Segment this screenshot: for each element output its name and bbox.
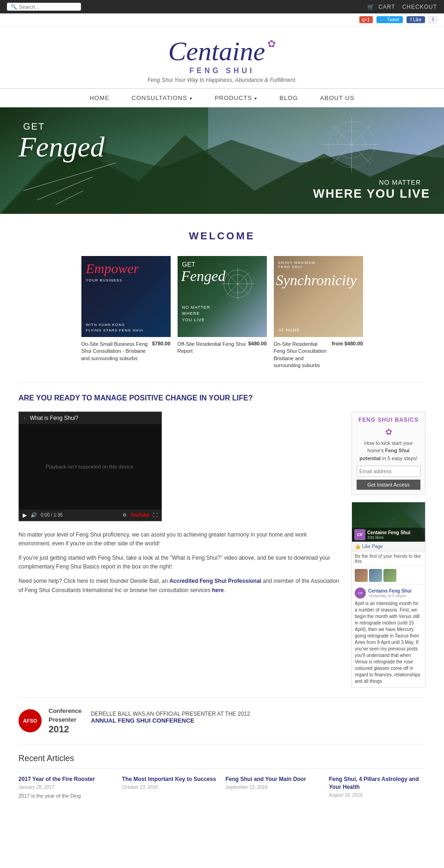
product-image-2[interactable]: GET Fenged NO MATTERWHEREYOU LIVE xyxy=(178,256,267,337)
welcome-section: WELCOME xyxy=(0,214,444,251)
sidebar-lotus-icon: ✿ xyxy=(357,427,420,437)
logo-title: Centaine xyxy=(168,36,265,67)
fb-friends-text: Be the first of your friends to like thi… xyxy=(352,551,425,567)
conference-year: 2012 xyxy=(49,724,82,735)
fb-post-text: April is an interesting month for a numb… xyxy=(355,600,422,685)
hero-nomatter-text: NO MATTER xyxy=(379,179,421,186)
product2-bottom: NO MATTERWHEREYOU LIVE xyxy=(182,305,210,324)
afso-logo: AFSO Conference Presenter 2012 xyxy=(18,707,82,735)
fb-page-image: CF Centaine Feng Shui 330 likes xyxy=(352,502,425,542)
hero-fenged-text: Fenged xyxy=(18,131,105,163)
fb-like-page-button[interactable]: Like Page xyxy=(362,544,382,549)
main-content: ↑ What is Feng Shui? Playback isn't supp… xyxy=(18,412,340,688)
product-info-3: On-Site Residential Feng Shui Consultati… xyxy=(274,337,363,373)
logo-tagline: Feng Shui Your Way to Happiness, Abundan… xyxy=(0,77,444,83)
accredited-link[interactable]: Accredited Feng Shui Professional xyxy=(169,578,261,584)
social-bar: g+1 🐦 Tweet f Like 0 xyxy=(0,13,444,26)
checkout-link[interactable]: CHECKOUT xyxy=(402,4,437,10)
navigation: HOME CONSULTATIONS ▾ PRODUCTS ▾ BLOG ABO… xyxy=(0,88,444,107)
conference-badge-text: Conference Presenter 2012 xyxy=(49,707,82,734)
conference-desc-text: DERELLE BALL WAS AN OFFICIAL PRESENTER A… xyxy=(91,711,250,717)
products-grid: Empower YOUR BUSINESS WITH XUAN KONGFLYI… xyxy=(0,251,444,382)
video-content[interactable]: Playback isn't supported on this device. xyxy=(19,424,161,510)
youtube-logo: YouTube xyxy=(130,512,149,518)
facebook-box: CF Centaine Feng Shui 330 likes 👍 Like P… xyxy=(352,502,426,688)
search-input[interactable] xyxy=(19,4,79,10)
hero-whereyoulive-text: WHERE YOU LIVE xyxy=(313,187,430,201)
product-name-2: Off-Site Residential Feng Shui Report xyxy=(178,341,248,355)
facebook-box-wrapper: CF Centaine Feng Shui 330 likes 👍 Like P… xyxy=(352,502,426,688)
sidebar-title: FENG SHUI BASICS xyxy=(357,417,420,423)
email-input[interactable] xyxy=(357,466,420,477)
recent-articles-title: Recent Articles xyxy=(18,754,426,768)
get-instant-access-button[interactable]: Get Instant Access xyxy=(357,480,420,490)
product-overlay-xuan: WITH XUAN KONGFLYING STARS FENG SHUI xyxy=(86,322,143,333)
product2-fenged: Fenged xyxy=(181,268,226,285)
fb-avatar-1 xyxy=(355,569,368,582)
nav-consultations[interactable]: CONSULTATIONS ▾ xyxy=(121,94,204,101)
product-info-2: Off-Site Residential Feng Shui Report $4… xyxy=(178,337,267,358)
product3-home: AT HOME xyxy=(278,328,300,332)
afso-badge: AFSO xyxy=(18,707,46,735)
logo-area: Centaine ✿ FENG SHUI Feng Shui Your Way … xyxy=(0,26,444,88)
recent-articles-section: Recent Articles 2017 Year of the Fire Ro… xyxy=(0,744,444,814)
product-card-2: GET Fenged NO MATTERWHEREYOU LIVE Off-Si… xyxy=(178,256,267,373)
gplus-label: g+1 xyxy=(362,17,370,22)
product-image-3[interactable]: ENJOY MAXIMUMFENG SHUI Synchronicity AT … xyxy=(274,256,363,337)
cart-link[interactable]: 🛒 CART xyxy=(367,4,395,10)
fb-avatar-2 xyxy=(369,569,382,582)
nav-blog[interactable]: BLOG xyxy=(269,94,308,101)
body-para-3-pre: Need some help? Click here to meet found… xyxy=(18,578,169,584)
article-title-3[interactable]: Feng Shui and Your Main Door xyxy=(226,775,322,783)
search-box[interactable]: 🔍 xyxy=(7,3,81,11)
feng-shui-basics-box: FENG SHUI BASICS ✿ How to kick start you… xyxy=(352,412,426,495)
fb-icon: f xyxy=(410,17,412,22)
product-card-3: ENJOY MAXIMUMFENG SHUI Synchronicity AT … xyxy=(274,256,363,373)
conference-description-block: DERELLE BALL WAS AN OFFICIAL PRESENTER A… xyxy=(91,707,250,724)
product3-enjoy: ENJOY MAXIMUMFENG SHUI xyxy=(278,261,358,269)
tweet-button[interactable]: 🐦 Tweet xyxy=(376,16,403,23)
product-price-1: $780.00 xyxy=(152,341,171,346)
body-para-3: Need some help? Click here to meet found… xyxy=(18,577,340,594)
article-title-4[interactable]: Feng Shui, 4 Pillars Astrology and Your … xyxy=(329,775,426,791)
settings-button[interactable]: ⚙ xyxy=(123,512,127,518)
fb-friend-avatars xyxy=(352,567,425,584)
nav-about-us[interactable]: ABOUT US xyxy=(310,94,364,101)
fb-avatar-3 xyxy=(383,569,396,582)
video-title-bar: ↑ What is Feng Shui? xyxy=(19,412,161,424)
nav-home[interactable]: HOME xyxy=(80,94,120,101)
volume-button[interactable]: 🔊 xyxy=(31,512,37,518)
tweet-icon: 🐦 xyxy=(380,17,386,22)
article-date-1: January 28, 2017 xyxy=(18,785,115,790)
fb-page-name: Centaine Feng Shui 330 likes xyxy=(367,530,410,540)
article-title-1[interactable]: 2017 Year of the Fire Rooster xyxy=(18,775,115,783)
play-button[interactable]: ▶ xyxy=(23,512,27,518)
tweet-label: Tweet xyxy=(387,17,400,22)
facebook-like-button[interactable]: f Like xyxy=(407,16,425,23)
article-card-2: The Most Important Key to Success Octobe… xyxy=(122,775,219,800)
video-player[interactable]: ↑ What is Feng Shui? Playback isn't supp… xyxy=(18,412,162,521)
positive-change-title: ARE YOU READY TO MANAGE POSITIVE CHANGE … xyxy=(18,394,426,402)
product-info-1: On-Site Small Business Feng Shui Consult… xyxy=(81,337,171,365)
video-unsupported-text: Playback isn't supported on this device. xyxy=(46,464,135,469)
here-link[interactable]: here xyxy=(212,587,223,593)
hero-banner: GET Fenged NO MATTER WHERE YOU LIVE xyxy=(0,107,444,214)
sidebar-description: How to kick start your home's Feng Shui … xyxy=(357,439,420,462)
conference-link[interactable]: ANNUAL FENG SHUI CONFERENCE xyxy=(91,717,195,724)
product-overlay-empower: Empower xyxy=(86,261,139,276)
fullscreen-button[interactable]: ⛶ xyxy=(153,512,158,518)
fb-post-area: CF Centaine Feng Shui Yesterday at 5:46p… xyxy=(352,584,425,687)
positive-section: ARE YOU READY TO MANAGE POSITIVE CHANGE … xyxy=(0,382,444,698)
like-label: Like xyxy=(413,17,421,22)
time-display: 0:00 / 1:36 xyxy=(41,512,119,518)
article-title-2[interactable]: The Most Important Key to Success xyxy=(122,775,219,783)
conference-section: AFSO Conference Presenter 2012 DERELLE B… xyxy=(0,698,444,744)
conference-badge-line2: Presenter xyxy=(49,716,82,724)
article-card-1: 2017 Year of the Fire Rooster January 28… xyxy=(18,775,115,800)
gplus-button[interactable]: g+1 xyxy=(359,16,373,23)
fb-poster-name: Centaine Feng Shui xyxy=(368,588,411,593)
fb-like-bar[interactable]: 👍 Like Page xyxy=(352,542,425,551)
product-price-2: $480.00 xyxy=(248,341,267,346)
product-image-1[interactable]: Empower YOUR BUSINESS WITH XUAN KONGFLYI… xyxy=(81,256,171,337)
nav-products[interactable]: PRODUCTS ▾ xyxy=(204,94,269,101)
